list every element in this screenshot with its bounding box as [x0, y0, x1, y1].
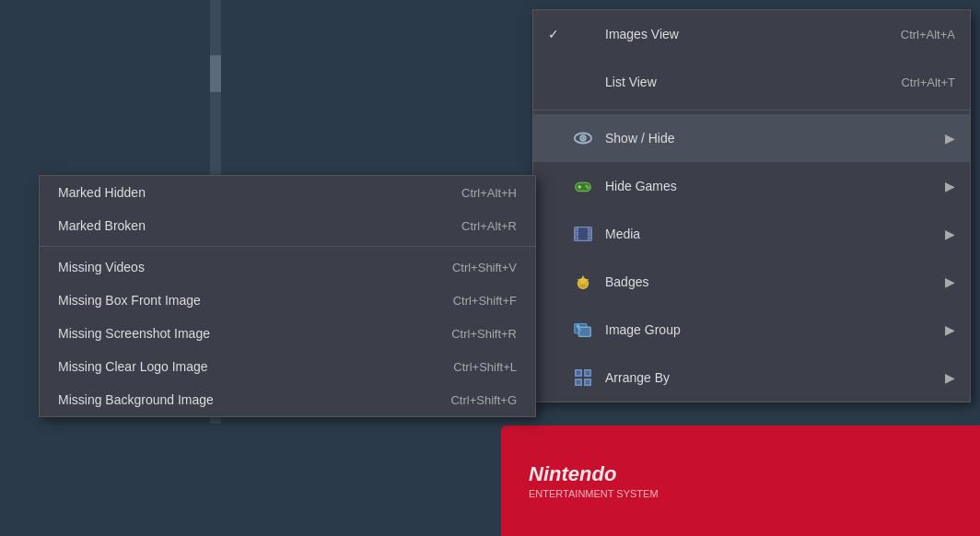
menu-item-hide-games[interactable]: Hide Games ▶ — [533, 162, 970, 210]
image-group-label: Image Group — [605, 322, 938, 337]
menu-item-show-hide[interactable]: Show / Hide ▶ — [533, 114, 970, 162]
menu-item-arrange-by[interactable]: Arrange By ▶ — [533, 354, 970, 402]
images-view-label: Images View — [605, 27, 901, 41]
submenu-item-marked-hidden[interactable]: Marked Hidden Ctrl+Alt+H — [40, 176, 535, 209]
media-arrow: ▶ — [945, 227, 955, 241]
images-view-icon — [570, 21, 596, 47]
arrange-by-icon — [570, 365, 596, 390]
list-view-icon — [570, 69, 596, 95]
images-view-shortcut: Ctrl+Alt+A — [901, 28, 955, 41]
show-hide-label: Show / Hide — [605, 131, 938, 146]
media-icon — [570, 221, 596, 247]
media-label: Media — [605, 227, 938, 241]
hide-games-label: Hide Games — [605, 179, 938, 193]
missing-background-shortcut: Ctrl+Shift+G — [450, 393, 517, 407]
svg-point-7 — [588, 187, 589, 189]
marked-broken-label: Marked Broken — [58, 218, 146, 233]
hide-games-arrow: ▶ — [945, 179, 955, 193]
missing-videos-label: Missing Videos — [58, 260, 145, 274]
marked-hidden-label: Marked Hidden — [58, 185, 146, 200]
list-view-label: List View — [605, 75, 901, 89]
menu-divider-1 — [533, 110, 970, 111]
main-menu: ✓ Images View Ctrl+Alt+A List View Ctrl+… — [532, 9, 971, 402]
submenu-item-missing-screenshot[interactable]: Missing Screenshot Image Ctrl+Shift+R — [40, 317, 535, 350]
missing-clear-logo-label: Missing Clear Logo Image — [58, 359, 208, 374]
svg-rect-9 — [575, 227, 578, 231]
missing-screenshot-shortcut: Ctrl+Shift+R — [451, 327, 517, 341]
svg-rect-23 — [576, 379, 581, 385]
svg-point-6 — [586, 185, 588, 187]
menu-item-media[interactable]: Media ▶ — [533, 210, 970, 258]
nintendo-text: Nintendo — [529, 462, 659, 486]
menu-item-list-view[interactable]: List View Ctrl+Alt+T — [533, 58, 970, 106]
hide-games-icon — [570, 173, 596, 199]
missing-box-front-label: Missing Box Front Image — [58, 293, 201, 308]
menu-item-images-view[interactable]: ✓ Images View Ctrl+Alt+A — [533, 10, 970, 58]
submenu-divider-1 — [40, 246, 535, 247]
check-images-view: ✓ — [548, 27, 570, 41]
svg-rect-13 — [589, 232, 592, 236]
badges-icon — [570, 269, 596, 295]
list-view-shortcut: Ctrl+Alt+T — [901, 76, 955, 89]
svg-rect-22 — [585, 370, 590, 376]
svg-rect-11 — [575, 238, 578, 241]
svg-rect-24 — [585, 379, 590, 385]
show-hide-arrow: ▶ — [945, 131, 955, 146]
missing-background-label: Missing Background Image — [58, 392, 214, 407]
show-hide-icon — [570, 125, 596, 151]
menu-item-badges[interactable]: Badges ▶ — [533, 258, 970, 306]
show-hide-submenu: Marked Hidden Ctrl+Alt+H Marked Broken C… — [39, 175, 536, 417]
missing-screenshot-label: Missing Screenshot Image — [58, 326, 210, 341]
scrollbar-thumb[interactable] — [210, 55, 221, 92]
marked-broken-shortcut: Ctrl+Alt+R — [461, 219, 517, 233]
nintendo-subtext: ENTERTAINMENT SYSTEM — [529, 488, 659, 499]
submenu-item-missing-background[interactable]: Missing Background Image Ctrl+Shift+G — [40, 383, 535, 416]
arrange-by-arrow: ▶ — [945, 370, 955, 385]
badges-arrow: ▶ — [945, 274, 955, 289]
marked-hidden-shortcut: Ctrl+Alt+H — [461, 186, 517, 200]
missing-clear-logo-shortcut: Ctrl+Shift+L — [453, 360, 517, 374]
svg-point-20 — [577, 325, 579, 328]
submenu-item-missing-clear-logo[interactable]: Missing Clear Logo Image Ctrl+Shift+L — [40, 350, 535, 383]
image-group-icon — [570, 317, 596, 343]
arrange-by-label: Arrange By — [605, 370, 938, 385]
submenu-item-marked-broken[interactable]: Marked Broken Ctrl+Alt+R — [40, 209, 535, 242]
submenu-item-missing-videos[interactable]: Missing Videos Ctrl+Shift+V — [40, 251, 535, 284]
badges-label: Badges — [605, 274, 938, 289]
svg-rect-10 — [575, 232, 578, 236]
missing-box-front-shortcut: Ctrl+Shift+F — [453, 294, 517, 308]
svg-rect-12 — [589, 227, 592, 231]
submenu-item-missing-box-front[interactable]: Missing Box Front Image Ctrl+Shift+F — [40, 284, 535, 317]
svg-rect-14 — [589, 238, 592, 241]
image-group-arrow: ▶ — [945, 322, 955, 337]
svg-point-2 — [582, 137, 585, 140]
menu-item-image-group[interactable]: Image Group ▶ — [533, 306, 970, 354]
svg-rect-21 — [576, 370, 581, 376]
missing-videos-shortcut: Ctrl+Shift+V — [452, 261, 517, 274]
svg-rect-18 — [578, 327, 590, 336]
nintendo-area: Nintendo ENTERTAINMENT SYSTEM — [501, 425, 980, 536]
